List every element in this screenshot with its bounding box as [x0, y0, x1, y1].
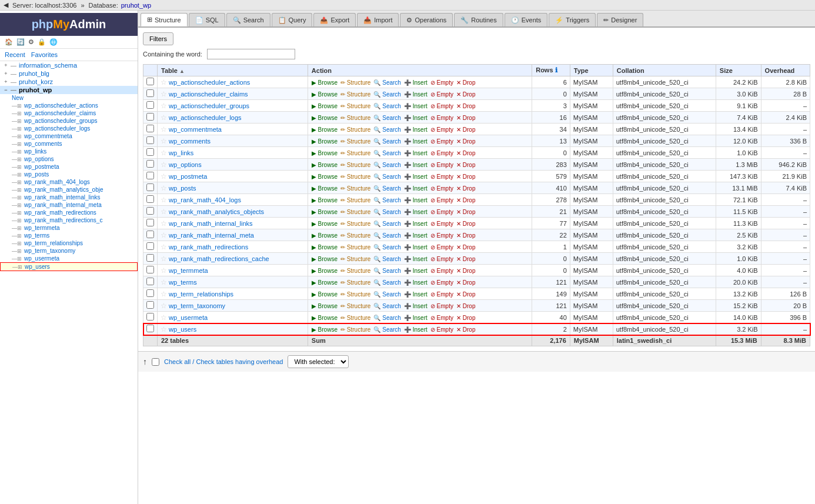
browse-link[interactable]: ▶ Browse	[312, 126, 338, 133]
empty-link[interactable]: ⊘ Empty	[430, 303, 453, 309]
table-name-link[interactable]: wp_commentmeta	[169, 126, 222, 133]
insert-link[interactable]: ➕ Insert	[404, 291, 427, 298]
favorite-star-icon[interactable]: ☆	[161, 313, 167, 322]
favorite-star-icon[interactable]: ☆	[161, 278, 167, 286]
sidebar-item-wp_users[interactable]: —⊞wp_users	[0, 262, 138, 271]
empty-link[interactable]: ⊘ Empty	[430, 315, 453, 321]
browse-link[interactable]: ▶ Browse	[312, 291, 338, 298]
search-link[interactable]: 🔍 Search	[373, 326, 400, 333]
insert-link[interactable]: ➕ Insert	[404, 79, 427, 86]
row-checkbox[interactable]	[146, 289, 154, 297]
table-name-link[interactable]: wp_postmeta	[169, 173, 207, 180]
sidebar-item-wp_term_taxonomy[interactable]: —⊞wp_term_taxonomy	[0, 247, 138, 255]
browse-link[interactable]: ▶ Browse	[312, 303, 338, 309]
sidebar-item-wp_rank_math_404_logs[interactable]: —⊞wp_rank_math_404_logs	[0, 178, 138, 186]
insert-link[interactable]: ➕ Insert	[404, 315, 427, 321]
nav-minimize-icon[interactable]: ◀	[4, 1, 8, 9]
drop-link[interactable]: ✕ Drop	[456, 138, 475, 145]
drop-link[interactable]: ✕ Drop	[456, 326, 475, 333]
drop-link[interactable]: ✕ Drop	[456, 103, 475, 109]
sidebar-item-wp_actionscheduler_groups[interactable]: —⊞wp_actionscheduler_groups	[0, 117, 138, 125]
browse-link[interactable]: ▶ Browse	[312, 185, 338, 192]
structure-link[interactable]: ✏ Structure	[340, 150, 370, 156]
empty-link[interactable]: ⊘ Empty	[430, 126, 453, 133]
browse-link[interactable]: ▶ Browse	[312, 268, 338, 274]
sidebar-item-wp_term_relationships[interactable]: —⊞wp_term_relationships	[0, 239, 138, 247]
structure-link[interactable]: ✏ Structure	[340, 173, 370, 180]
table-name-link[interactable]: wp_term_relationships	[169, 291, 233, 298]
row-checkbox[interactable]	[146, 195, 154, 203]
sidebar-item-wp_terms[interactable]: —⊞wp_terms	[0, 232, 138, 239]
table-name-link[interactable]: wp_users	[169, 326, 196, 333]
tab-operations[interactable]: ⚙ Operations	[400, 13, 453, 26]
row-checkbox[interactable]	[146, 231, 154, 238]
drop-link[interactable]: ✕ Drop	[456, 150, 475, 156]
structure-link[interactable]: ✏ Structure	[340, 232, 370, 239]
browse-link[interactable]: ▶ Browse	[312, 256, 338, 262]
sidebar-item-new[interactable]: New	[0, 94, 138, 102]
sidebar-item-pruhot_korz[interactable]: + — pruhot_korz	[0, 78, 138, 86]
structure-link[interactable]: ✏ Structure	[340, 209, 370, 215]
tab-routines[interactable]: 🔧 Routines	[454, 13, 503, 26]
table-name-link[interactable]: wp_posts	[169, 185, 196, 192]
settings-icon[interactable]: ⚙	[28, 38, 34, 46]
tab-structure[interactable]: ⊞ Structure	[141, 13, 188, 26]
favorite-star-icon[interactable]: ☆	[161, 125, 167, 133]
empty-link[interactable]: ⊘ Empty	[430, 279, 453, 286]
tab-search[interactable]: 🔍 Search	[226, 13, 270, 26]
drop-link[interactable]: ✕ Drop	[456, 173, 475, 180]
table-col-header[interactable]: Table ▲	[158, 65, 308, 76]
favorite-star-icon[interactable]: ☆	[161, 149, 167, 157]
structure-link[interactable]: ✏ Structure	[340, 115, 370, 121]
favorite-star-icon[interactable]: ☆	[161, 243, 167, 251]
search-link[interactable]: 🔍 Search	[373, 126, 400, 133]
rows-col-header[interactable]: Rows ℹ	[532, 65, 570, 76]
insert-link[interactable]: ➕ Insert	[404, 126, 427, 133]
sidebar-item-wp_commentmeta[interactable]: —⊞wp_commentmeta	[0, 132, 138, 140]
table-name-link[interactable]: wp_rank_math_404_logs	[169, 196, 241, 203]
insert-link[interactable]: ➕ Insert	[404, 162, 427, 168]
table-name-link[interactable]: wp_term_taxonomy	[169, 302, 225, 309]
structure-link[interactable]: ✏ Structure	[340, 103, 370, 109]
favorite-star-icon[interactable]: ☆	[161, 290, 167, 298]
search-link[interactable]: 🔍 Search	[373, 244, 400, 251]
structure-link[interactable]: ✏ Structure	[340, 79, 370, 86]
insert-link[interactable]: ➕ Insert	[404, 209, 427, 215]
drop-link[interactable]: ✕ Drop	[456, 91, 475, 98]
browse-link[interactable]: ▶ Browse	[312, 221, 338, 227]
insert-link[interactable]: ➕ Insert	[404, 279, 427, 286]
insert-link[interactable]: ➕ Insert	[404, 138, 427, 145]
insert-link[interactable]: ➕ Insert	[404, 115, 427, 121]
drop-link[interactable]: ✕ Drop	[456, 291, 475, 298]
search-link[interactable]: 🔍 Search	[373, 162, 400, 168]
insert-link[interactable]: ➕ Insert	[404, 197, 427, 203]
sidebar-item-wp_rank_math_internal_links[interactable]: —⊞wp_rank_math_internal_links	[0, 193, 138, 201]
structure-link[interactable]: ✏ Structure	[340, 326, 370, 333]
structure-link[interactable]: ✏ Structure	[340, 268, 370, 274]
table-name-link[interactable]: wp_rank_math_redirections	[169, 243, 248, 251]
drop-link[interactable]: ✕ Drop	[456, 185, 475, 192]
reload-icon[interactable]: 🔄	[16, 38, 25, 46]
search-link[interactable]: 🔍 Search	[373, 315, 400, 321]
empty-link[interactable]: ⊘ Empty	[430, 221, 453, 227]
insert-link[interactable]: ➕ Insert	[404, 221, 427, 227]
size-col-header[interactable]: Size	[716, 65, 761, 76]
lock-icon[interactable]: 🔒	[38, 38, 46, 46]
empty-link[interactable]: ⊘ Empty	[430, 162, 453, 168]
structure-link[interactable]: ✏ Structure	[340, 244, 370, 251]
favorite-star-icon[interactable]: ☆	[161, 208, 167, 216]
search-link[interactable]: 🔍 Search	[373, 115, 400, 121]
browse-link[interactable]: ▶ Browse	[312, 103, 338, 109]
tab-query[interactable]: 📋 Query	[272, 13, 313, 26]
database-link[interactable]: pruhot_wp	[121, 2, 151, 9]
favorite-star-icon[interactable]: ☆	[161, 255, 167, 263]
sidebar-item-wp_comments[interactable]: —⊞wp_comments	[0, 140, 138, 148]
sidebar-item-wp_usermeta[interactable]: —⊞wp_usermeta	[0, 255, 138, 262]
structure-link[interactable]: ✏ Structure	[340, 315, 370, 321]
search-link[interactable]: 🔍 Search	[373, 209, 400, 215]
browse-link[interactable]: ▶ Browse	[312, 279, 338, 286]
empty-link[interactable]: ⊘ Empty	[430, 138, 453, 145]
type-col-header[interactable]: Type	[570, 65, 613, 76]
table-name-link[interactable]: wp_actionscheduler_claims	[169, 91, 248, 98]
browse-link[interactable]: ▶ Browse	[312, 232, 338, 239]
